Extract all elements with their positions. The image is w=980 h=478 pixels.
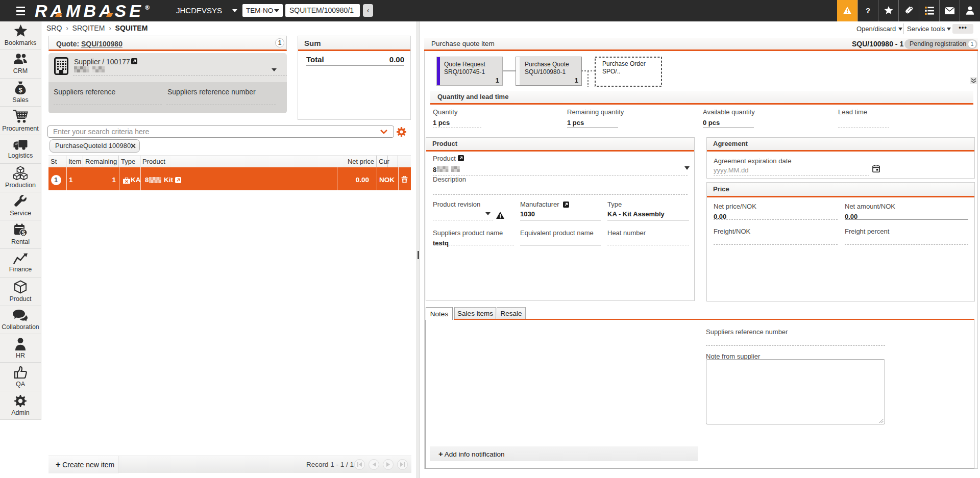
svg-text:$: $ [18, 86, 22, 93]
svg-text:$: $ [21, 230, 25, 237]
